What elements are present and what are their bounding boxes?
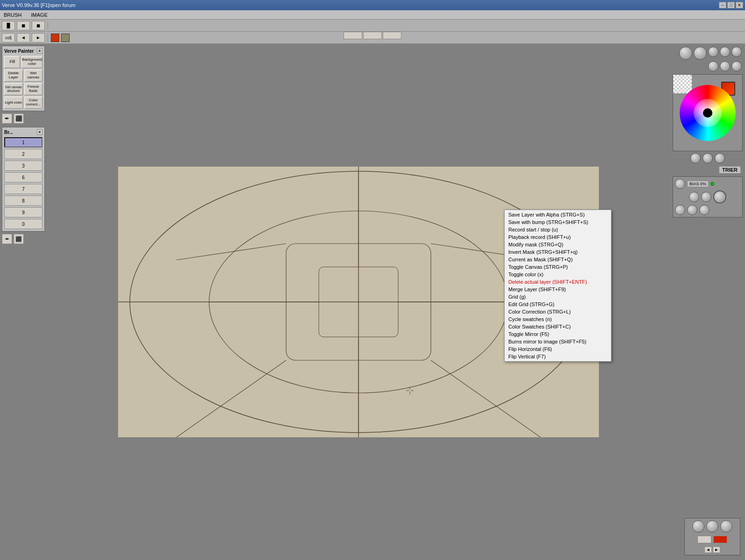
brush-num-1[interactable]: 1 [4,137,42,147]
checker-bg [673,75,692,93]
ctx-toggle-color[interactable]: Toggle color (x) [505,271,611,278]
toolbar-btn-3[interactable]: ◼ [32,21,45,30]
bottom-color-swatch[interactable] [713,536,727,543]
ctx-color-swatches[interactable]: Color Swatches (SHIFT+C) [505,323,611,330]
brush-num-3[interactable]: 3 [4,161,42,171]
top-toolbar-btn-2[interactable] [363,32,382,39]
ctx-record[interactable]: Record start / stop (u) [505,226,611,233]
ctx-burns-mirror[interactable]: Burns mirror to image (SHIFT+F5) [505,338,611,345]
verve-panel-close[interactable]: × [37,48,42,54]
ctx-merge-layer[interactable]: Merge Layer (SHIFT+F9) [505,286,611,293]
bottom-arrow-right[interactable]: ► [713,546,720,553]
toolbar-separator [48,21,48,30]
tool-icon-1[interactable]: ✒ [2,113,12,124]
bottom-checker [697,536,711,543]
orb-large-1[interactable] [679,47,692,60]
brush-num-9[interactable]: 9 [4,207,42,217]
brush-num-0[interactable]: 0 [4,219,42,229]
ctx-edit-grid[interactable]: Edit Grid (STRG+G) [505,301,611,308]
ctx-flip-horizontal[interactable]: Flip Horizontal (F6) [505,345,611,353]
bottom-orb-3[interactable] [720,520,732,532]
orb-small-6[interactable] [731,61,742,71]
menu-item-image[interactable]: IMAGE [29,11,49,19]
ctx-cycle-swatches[interactable]: Cycle swatches (n) [505,315,611,323]
light-color-button[interactable]: Light color [4,97,23,109]
orb-small-2[interactable] [720,47,730,57]
toolbar-col-btn[interactable]: col| [2,33,15,42]
ctx-save-alpha[interactable]: Save Layer with Alpha (STRG+S) [505,211,611,218]
knob-5[interactable] [699,205,710,215]
orb-small-1[interactable] [708,47,718,57]
ctx-grid[interactable]: Grid (g) [505,293,611,301]
verve-panel-header: Verve Painter × [4,48,42,54]
color-wheel[interactable] [680,85,736,141]
brush-num-6[interactable]: 6 [4,172,42,182]
bottom-swatch-row [697,536,727,543]
bias-knob[interactable] [675,179,685,189]
bottom-orb-1[interactable] [692,520,704,532]
orb-small-5[interactable] [720,61,730,71]
get-canvas-structure-button[interactable]: Get canvas structure [4,83,23,95]
green-status-dot [710,182,714,186]
ctx-current-mask[interactable]: Current as Mask (SHIFT+Q) [505,256,611,263]
bottom-orb-2[interactable] [706,520,718,532]
bottom-arrow-row: ◄ ► [704,546,720,553]
toolbar-arrow-right[interactable]: ► [32,33,45,42]
knob-small-2[interactable] [703,153,713,163]
delete-layer-button[interactable]: Delete Layer [4,70,23,82]
knob-2[interactable] [701,192,711,202]
bottom-icon-2[interactable]: ⬛ [14,234,24,244]
vp-btn-row-2: Delete Layer Wet canvas [4,70,42,82]
ctx-delete-layer[interactable]: Delete actual layer (SHIFT+ENTF) [505,278,611,286]
orb-large-2[interactable] [694,47,707,60]
verve-painter-panel: Verve Painter × Fill Background color De… [2,46,45,111]
fill-button[interactable]: Fill [4,56,20,68]
color-swatch-primary[interactable] [51,34,59,42]
ctx-modify-mask[interactable]: Modify mask (STRG+Q) [505,241,611,248]
color-wheel-center [703,108,712,118]
knob-3[interactable] [675,205,685,215]
small-knob-row-2 [675,205,740,215]
ctx-color-correction[interactable]: Color Correction (STRG+L) [505,308,611,315]
minimize-button[interactable]: – [719,2,726,8]
ctx-toggle-mirror[interactable]: Toggle Mirror (F5) [505,330,611,338]
wet-canvas-button[interactable]: Wet canvas [24,70,43,82]
menu-item-brush[interactable]: BRUSH [2,11,24,19]
toolbar-btn-1[interactable]: ▐▌ [2,21,15,30]
knob-small-3[interactable] [715,153,725,163]
color-correct-button[interactable]: Color correct... [24,97,43,109]
close-button[interactable]: ✕ [736,2,743,8]
knob-4[interactable] [687,205,697,215]
top-toolbar-btn-3[interactable] [383,32,401,39]
brush-num-8[interactable]: 8 [4,196,42,206]
knob-large-1[interactable] [713,190,726,203]
bottom-icon-1[interactable]: ✒ [2,234,12,244]
brush-num-7[interactable]: 7 [4,184,42,194]
tool-icon-2[interactable]: ⬛ [14,113,24,124]
orb-small-4[interactable] [708,61,718,71]
knob-small-1[interactable] [690,153,701,163]
toolbar-arrow-left[interactable]: ◄ [17,33,30,42]
knob-1[interactable] [689,192,699,202]
bias-row: BIAS 0% [675,179,740,189]
freeze-fluids-button[interactable]: Freeze fluids [24,83,43,95]
brush-panel-close[interactable]: × [37,129,42,135]
bottom-arrow-left[interactable]: ◄ [704,546,712,553]
toolbar-btn-2[interactable]: ◼ [17,21,30,30]
ctx-invert-mask[interactable]: Invert Mask (STRG+SHIFT+q) [505,248,611,256]
bottom-left-icons: ✒ ⬛ [2,234,45,244]
top-toolbar-btn-1[interactable] [344,32,362,39]
maximize-button[interactable]: □ [727,2,735,8]
background-color-button[interactable]: Background color [21,56,42,68]
ctx-flip-vertical[interactable]: Flip Vertical (F7) [505,353,611,360]
ctx-save-bump[interactable]: Save with bump (STRG+SHIFT+S) [505,218,611,226]
right-knob-area: BIAS 0% [673,176,743,217]
main-area: Verve Painter × Fill Background color De… [0,44,745,560]
color-swatch-secondary[interactable] [61,34,70,42]
ctx-playback[interactable]: Playback record (SHIFT+u) [505,233,611,241]
orb-small-3[interactable] [731,47,742,57]
color-wheel-container[interactable] [673,74,743,151]
ctx-toggle-canvas[interactable]: Toggle Canvas (STRG+P) [505,263,611,271]
brush-num-2[interactable]: 2 [4,149,42,159]
toolbar-row: ▐▌ ◼ ◼ [0,20,745,32]
